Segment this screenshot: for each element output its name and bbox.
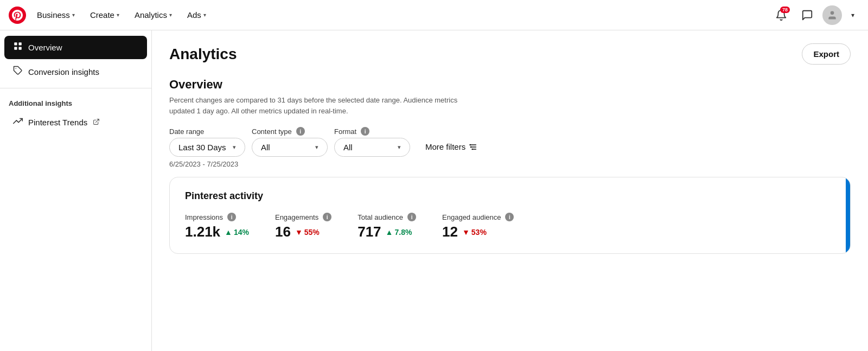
impressions-info-icon[interactable]: i [227,213,236,221]
sidebar-item-label: Conversion insights [28,67,99,76]
page-header: Analytics Export [169,30,851,73]
metric-impressions: Impressions i 1.21k ▲ 14% [185,213,249,240]
engaged-audience-change: ▼ 53% [462,228,487,237]
format-select[interactable]: All ▾ [334,138,410,157]
engagements-value: 16 [275,224,291,240]
engaged-audience-value: 12 [442,224,458,240]
impressions-change: ▲ 14% [225,228,249,237]
sidebar-item-conversion[interactable]: Conversion insights [4,60,147,84]
svg-rect-2 [14,42,17,45]
notifications-button[interactable]: 78 [770,4,792,26]
sidebar-divider [0,88,151,88]
svg-rect-5 [19,47,22,50]
nav-links: Business ▾ Create ▾ Analytics ▾ Ads ▾ [30,7,213,23]
notification-badge: 78 [780,7,790,13]
page-layout: Overview Conversion insights Additional … [0,30,868,351]
chevron-down-icon: ▾ [398,144,401,151]
arrow-down-icon: ▼ [462,228,470,237]
nav-ads[interactable]: Ads ▾ [181,7,213,23]
impressions-label: Impressions [185,213,223,221]
format-label: Format [334,127,356,136]
tag-icon [13,66,23,78]
arrow-up-icon: ▲ [386,228,393,237]
svg-point-1 [831,11,834,15]
nav-business[interactable]: Business ▾ [30,7,81,23]
external-link-icon [93,118,100,127]
activity-title: Pinterest activity [185,190,835,202]
content-type-info-icon[interactable]: i [296,127,305,136]
nav-create[interactable]: Create ▾ [84,7,126,23]
engagements-label: Engagements [275,213,318,221]
chevron-down-icon: ▾ [203,12,206,18]
date-range-filter: Date range Last 30 Days ▾ [169,127,245,157]
pinterest-logo[interactable] [9,7,26,24]
top-navigation: Business ▾ Create ▾ Analytics ▾ Ads ▾ 78 [0,0,868,30]
arrow-down-icon: ▼ [295,228,303,237]
svg-point-0 [9,7,26,24]
metric-engaged-audience: Engaged audience i 12 ▼ 53% [442,213,514,240]
overview-subtitle: Percent changes are compared to 31 days … [169,95,484,116]
svg-line-7 [96,119,99,122]
svg-point-11 [470,144,471,145]
grid-icon [13,41,23,54]
arrow-up-icon: ▲ [225,228,232,237]
nav-analytics[interactable]: Analytics ▾ [128,7,178,23]
account-chevron-button[interactable]: ▾ [846,9,859,22]
date-range-value: Last 30 Days [178,143,226,152]
sidebar-item-overview[interactable]: Overview [4,36,147,59]
trending-icon [13,116,23,129]
nav-right-actions: 78 ▾ [770,4,859,26]
user-avatar[interactable] [822,5,842,25]
overview-title: Overview [169,78,851,92]
metrics-row: Impressions i 1.21k ▲ 14% [185,213,835,240]
content-type-filter: Content type i All ▾ [252,127,328,157]
content-type-select[interactable]: All ▾ [252,138,328,157]
more-filters-button[interactable]: More filters [417,138,486,156]
impressions-value: 1.21k [185,224,220,240]
format-value: All [343,143,353,152]
engaged-audience-info-icon[interactable]: i [505,213,514,221]
total-audience-value: 717 [358,224,381,240]
total-audience-info-icon[interactable]: i [407,213,416,221]
overview-section: Overview Percent changes are compared to… [169,73,851,254]
svg-rect-4 [14,47,17,50]
page-title: Analytics [169,46,237,63]
chevron-down-icon: ▾ [72,12,75,18]
chevron-down-icon: ▾ [117,12,119,18]
main-content: Analytics Export Overview Percent change… [152,30,868,351]
chevron-down-icon: ▾ [233,144,236,151]
engagements-change: ▼ 55% [295,228,320,237]
metric-total-audience: Total audience i 717 ▲ 7.8% [358,213,416,240]
svg-point-12 [470,146,472,148]
chevron-down-icon: ▾ [315,144,318,151]
sidebar: Overview Conversion insights Additional … [0,30,152,351]
sidebar-item-label: Pinterest Trends [28,118,87,127]
svg-rect-3 [19,42,22,45]
sliders-icon [469,143,477,151]
blue-accent-bar [846,177,850,253]
metric-engagements: Engagements i 16 ▼ 55% [275,213,331,240]
sidebar-item-label: Overview [28,43,62,52]
sidebar-item-external-wrapper: Pinterest Trends [28,118,100,127]
sidebar-item-pinterest-trends[interactable]: Pinterest Trends [4,111,147,134]
date-range-select[interactable]: Last 30 Days ▾ [169,138,245,157]
total-audience-label: Total audience [358,213,403,221]
total-audience-change: ▲ 7.8% [386,228,412,237]
date-range-display: 6/25/2023 - 7/25/2023 [169,160,851,168]
sidebar-section-additional: Additional insights [0,93,151,110]
content-type-value: All [261,143,270,152]
export-button[interactable]: Export [802,43,851,65]
chevron-down-icon: ▾ [169,12,172,18]
more-filters-label: More filters [425,142,465,151]
activity-card: Pinterest activity Impressions i 1.21k ▲ [169,177,851,254]
format-info-icon[interactable]: i [361,127,369,136]
filters-row: Date range Last 30 Days ▾ Content type i… [169,127,851,157]
messages-button[interactable] [796,4,818,26]
format-filter: Format i All ▾ [334,127,410,157]
date-range-label: Date range [169,127,204,136]
content-type-label: Content type [252,127,292,136]
engagements-info-icon[interactable]: i [323,213,331,221]
svg-point-13 [472,148,474,150]
engaged-audience-label: Engaged audience [442,213,501,221]
